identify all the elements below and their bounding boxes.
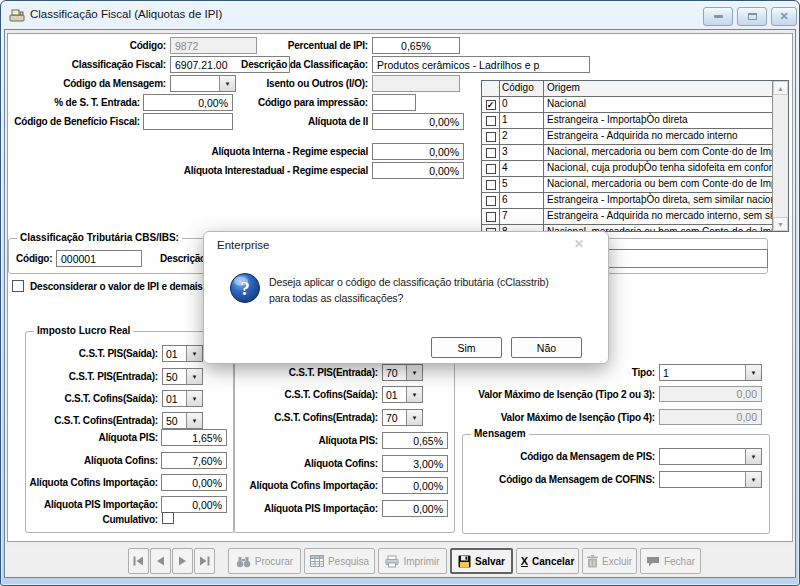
chevron-down-icon[interactable]: ▼ [406,365,422,380]
pr-cst-cofins-entrada-select[interactable]: 70 ▼ [382,409,423,426]
header-check-column [482,81,500,96]
scroll-up-icon[interactable]: ▲ [773,81,788,95]
st-entrada-field[interactable]: 0,00% [143,94,233,111]
chevron-down-icon[interactable]: ▼ [745,365,761,380]
dialog-close-icon[interactable]: ✕ [574,237,584,251]
msg-cofins-select[interactable]: ▼ [659,471,762,488]
scroll-down-icon[interactable]: ▼ [773,217,788,231]
lr-cst-pis-entrada-select[interactable]: 50 ▼ [162,368,203,385]
speech-bubble-icon [646,556,660,567]
origem-row-checkbox-2[interactable] [486,132,496,142]
codigo-label: Código: [130,40,166,51]
lr-aliquota-pis-field[interactable]: 1,65% [161,429,227,446]
aliquota-ii-field[interactable]: 0,00% [372,113,464,130]
codigo-mensagem-select[interactable]: ▼ [170,75,236,92]
tipo-label: Tipo: [632,367,655,378]
grid-scrollbar[interactable]: ▲ ▼ [772,81,788,231]
msg-pis-select[interactable]: ▼ [659,448,762,465]
pr-cst-cofins-saida-select[interactable]: 01 ▼ [382,386,423,403]
maximize-icon [748,13,757,20]
codigo-beneficio-field[interactable] [143,113,233,130]
table-row[interactable]: 3 Nacional, mercadoria ou bem com Conte·… [482,145,772,161]
minimize-button[interactable] [703,7,733,26]
lr-cst-pis-saida-select[interactable]: 01 ▼ [162,345,203,362]
origem-row-checkbox-3[interactable] [486,148,496,158]
origem-grid: Código Origem ✓ 0 Nacional 1 Estrangeira… [481,80,789,232]
chevron-down-icon[interactable]: ▼ [186,413,202,428]
codigo-impressao-field[interactable] [372,94,416,111]
aliquota-interestadual-field[interactable]: 0,00% [372,162,464,179]
msg-cofins-label: Código da Mensagem de COFINS: [499,474,655,485]
origem-row-checkbox-6[interactable] [486,196,496,206]
desconsiderar-checkbox[interactable] [12,280,24,292]
percentual-ipi-field[interactable]: 0,65% [372,37,460,54]
mensagem-legend: Mensagem [471,428,529,439]
close-button[interactable]: ✕ [771,7,797,26]
pr-aliquota-pis-field[interactable]: 0,65% [382,432,448,449]
table-row[interactable]: 4 Nacional, cuja produþÒo tenha sidofeit… [482,161,772,177]
descricao-classificacao-field[interactable]: Produtos cerâmicos - Ladrilhos e p [372,56,590,73]
isencao-tipo23-field: 0,00 [659,386,762,402]
lr-cst-pis-saida-label: C.S.T. PIS(Saída): [79,348,158,359]
origem-grid-body: Código Origem ✓ 0 Nacional 1 Estrangeira… [482,81,772,231]
pr-aliquota-cofins-imp-label: Alíquota Cofins Importação: [250,480,379,491]
chevron-down-icon[interactable]: ▼ [406,410,422,425]
table-row[interactable]: 7 Estrangeira - Adquirida no mercado int… [482,209,772,225]
aliquota-interna-field[interactable]: 0,00% [372,143,464,160]
chevron-down-icon[interactable]: ▼ [186,391,202,406]
nav-last-button[interactable] [194,548,215,574]
aliquota-ii-label: Alíquota de II [308,116,368,127]
lr-aliquota-cofins-imp-field[interactable]: 0,00% [161,474,227,491]
fechar-button: Fechar [640,548,701,574]
origem-row-checkbox-5[interactable] [486,180,496,190]
next-record-icon [177,556,188,566]
table-row[interactable]: 1 Estrangeira - ImportaþÒo direta [482,113,772,129]
nav-first-button[interactable] [128,548,149,574]
origem-row-checkbox-7[interactable] [486,212,496,222]
dialog-message-line2: para todas as classificações? [269,292,403,304]
lr-cst-cofins-saida-select[interactable]: 01 ▼ [162,390,203,407]
lr-cst-cofins-entrada-select[interactable]: 50 ▼ [162,412,203,429]
maximize-button[interactable] [737,7,767,26]
origem-row-checkbox-4[interactable] [486,164,496,174]
pr-cst-cofins-saida-label: C.S.T. Cofins(Saída): [284,389,378,400]
header-origem: Origem [544,81,772,96]
cbs-codigo-field[interactable]: 000001 [56,250,142,267]
table-row[interactable]: 6 Estrangeira - ImportaþÒo direta, sem s… [482,193,772,209]
pr-cst-pis-entrada-select[interactable]: 70 ▼ [382,364,423,381]
aliquota-interna-label: Alíquota Interna - Regime especial [211,146,368,157]
tipo-select[interactable]: 1 ▼ [659,364,762,381]
lucro-real-legend: Imposto Lucro Real [34,325,133,336]
nav-prev-button[interactable] [150,548,171,574]
salvar-button[interactable]: Salvar [450,548,513,574]
pr-aliquota-cofins-field[interactable]: 3,00% [382,455,448,472]
origem-row-checkbox-1[interactable] [486,116,496,126]
cumulativo-checkbox[interactable] [162,512,174,524]
app-icon [9,7,25,27]
trash-icon [587,555,598,568]
dialog-message-line1: Deseja aplicar o código de classificação… [269,276,549,288]
chevron-down-icon[interactable]: ▼ [219,76,235,91]
lr-aliquota-pis-imp-field[interactable]: 0,00% [161,496,227,513]
nao-button[interactable]: Não [511,337,582,358]
table-row[interactable]: ✓ 0 Nacional [482,97,772,113]
table-row[interactable]: 5 Nacional, mercadoria ou bem com Conte·… [482,177,772,193]
pr-aliquota-pis-imp-field[interactable]: 0,00% [382,500,448,517]
pr-cst-cofins-entrada-label: C.S.T. Cofins(Entrada): [274,412,378,423]
sim-button[interactable]: Sim [431,337,502,358]
origem-row-checkbox-0[interactable]: ✓ [486,100,496,110]
chevron-down-icon[interactable]: ▼ [745,472,761,487]
table-row[interactable]: 2 Estrangeira - Adquirida no mercado int… [482,129,772,145]
first-record-icon [133,556,144,566]
chevron-down-icon[interactable]: ▼ [186,369,202,384]
chevron-down-icon[interactable]: ▼ [186,346,202,361]
procurar-button: Procurar [228,548,301,574]
lr-aliquota-cofins-label: Alíquota Cofins: [84,455,158,466]
header-codigo: Código [500,81,544,96]
nav-next-button[interactable] [172,548,193,574]
chevron-down-icon[interactable]: ▼ [406,387,422,402]
lr-aliquota-cofins-field[interactable]: 7,60% [161,452,227,469]
cancelar-button[interactable]: X Cancelar [516,548,579,574]
pr-aliquota-cofins-imp-field[interactable]: 0,00% [382,477,448,494]
chevron-down-icon[interactable]: ▼ [745,449,761,464]
